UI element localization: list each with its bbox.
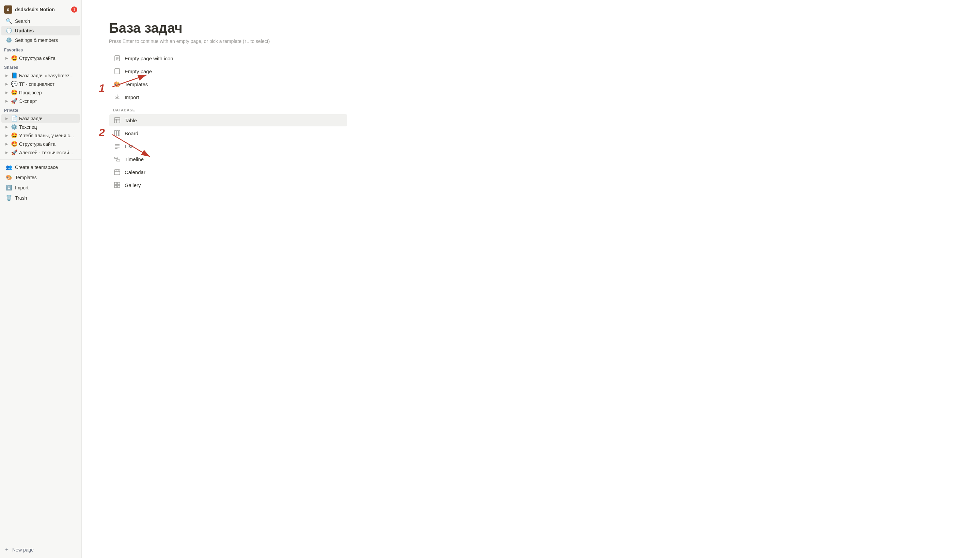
sidebar-templates[interactable]: 🎨 Templates [2,173,80,182]
option-calendar[interactable]: Calendar [109,166,347,178]
sidebar-bottom: 👥 Create a teamspace 🎨 Templates ⬇️ Impo… [0,159,82,203]
search-label: Search [15,18,30,24]
svg-rect-25 [115,185,117,188]
item-emoji: 🤩 [11,55,18,61]
new-page-button[interactable]: ＋ New page [0,544,82,555]
sidebar-item-label: Структура сайта [19,141,77,147]
sidebar-item-shared-1[interactable]: ▶ 💬 ТГ - специалист [2,80,80,88]
option-list: Empty page with icon Empty page 🎨 Templa… [109,52,347,191]
shared-section-label: Shared [0,62,82,71]
svg-rect-23 [115,182,117,185]
sidebar-trash[interactable]: 🗑️ Trash [2,193,80,203]
chevron-icon: ▶ [4,141,10,147]
sidebar-create-teamspace[interactable]: 👥 Create a teamspace [2,162,80,172]
import-icon: ⬇️ [5,184,12,191]
svg-text:1: 1 [99,82,105,94]
sidebar-import[interactable]: ⬇️ Import [2,183,80,192]
option-label: Timeline [124,156,144,162]
workspace-header[interactable]: d dsdsdsd's Notion 1 [0,3,82,16]
sidebar-item-label: ТГ - специалист [19,81,77,87]
import-label: Import [15,185,29,190]
trash-icon: 🗑️ [5,195,12,201]
private-section-label: Private [0,105,82,114]
empty-icon-icon [113,54,121,62]
sidebar: d dsdsdsd's Notion 1 🔍 Search 🕐 Updates … [0,0,82,558]
option-empty-icon[interactable]: Empty page with icon [109,52,347,64]
chevron-icon: ▶ [4,98,10,104]
notification-badge: 1 [71,7,77,13]
sidebar-action-settings[interactable]: ⚙️ Settings & members [2,35,80,45]
chevron-icon: ▶ [4,81,10,87]
sidebar-item-label: База задач «easybreez... [19,73,77,78]
option-gallery[interactable]: Gallery [109,179,347,191]
svg-text:🎨: 🎨 [114,81,121,87]
svg-rect-4 [115,69,119,74]
item-emoji: 📘 [11,72,18,79]
option-templates[interactable]: 🎨 Templates [109,78,347,90]
trash-label: Trash [15,195,27,201]
svg-rect-17 [115,157,118,158]
svg-rect-26 [118,185,120,188]
updates-icon: 🕐 [5,27,12,34]
templates-icon: 🎨 [5,174,12,181]
option-board[interactable]: Board [109,127,347,140]
chevron-icon: ▶ [4,90,10,95]
sidebar-item-shared-0[interactable]: ▶ 📘 База задач «easybreez... [2,71,80,80]
option-label: Empty page with icon [124,56,173,61]
page-hint: Press Enter to continue with an empty pa… [109,38,270,44]
calendar-icon [113,168,121,176]
chevron-icon: ▶ [4,116,10,121]
item-emoji: 🤩 [11,141,18,147]
item-emoji: 🤩 [11,89,18,96]
option-timeline[interactable]: Timeline [109,153,347,165]
option-label: Empty page [124,69,152,74]
option-import[interactable]: Import [109,91,347,103]
sidebar-item-favorites-0[interactable]: ▶ 🤩 Структура сайта [2,54,80,62]
settings-label: Settings & members [15,38,58,43]
sidebar-action-search[interactable]: 🔍 Search [2,16,80,26]
sidebar-action-updates[interactable]: 🕐 Updates [2,26,80,35]
sidebar-item-private-2[interactable]: ▶ 🤩 У тебя планы, у меня с... [2,131,80,140]
sidebar-item-private-3[interactable]: ▶ 🤩 Структура сайта [2,140,80,148]
chevron-icon: ▶ [4,124,10,130]
svg-rect-19 [115,170,120,175]
option-empty[interactable]: Empty page [109,65,347,77]
main-content: База задач Press Enter to continue with … [82,0,980,558]
sidebar-item-private-4[interactable]: ▶ 🚀 Алексей - технический... [2,148,80,157]
board-icon [113,129,121,137]
svg-rect-10 [115,130,116,136]
plus-icon: ＋ [4,546,10,553]
create-teamspace-label: Create a teamspace [15,164,58,170]
svg-text:2: 2 [98,126,105,139]
option-label: Templates [124,81,148,87]
option-label: Import [124,94,139,100]
chevron-icon: ▶ [4,73,10,78]
sidebar-item-private-0[interactable]: ▶ 📄 База задач [2,114,80,123]
option-table[interactable]: Table [109,114,347,126]
templates-label: Templates [15,175,37,180]
item-emoji: 🚀 [11,98,18,104]
sidebar-item-shared-2[interactable]: ▶ 🤩 Продюсер [2,88,80,97]
sidebar-item-label: У тебя планы, у меня с... [19,133,77,138]
option-list-item[interactable]: List [109,140,347,152]
svg-rect-6 [115,118,120,123]
timeline-icon [113,155,121,163]
gallery-icon [113,181,121,189]
sidebar-item-label: Техспец [19,124,77,130]
favorites-section-label: Favorites [0,45,82,54]
item-emoji: ⚙️ [11,124,18,130]
sidebar-item-label: Эксперт [19,98,77,104]
svg-rect-24 [118,182,120,185]
sidebar-item-label: Алексей - технический... [19,150,77,155]
workspace-icon: d [4,5,12,14]
workspace-name: dsdsdsd's Notion [15,7,69,12]
sidebar-item-shared-3[interactable]: ▶ 🚀 Эксперт [2,97,80,105]
sidebar-item-private-1[interactable]: ▶ ⚙️ Техспец [2,123,80,131]
svg-rect-18 [116,160,120,161]
new-page-label: New page [12,547,34,553]
list-icon [113,142,121,150]
option-label: Table [124,118,137,123]
db-section-label: DATABASE [109,104,347,113]
templates-icon: 🎨 [113,80,121,88]
empty-page-icon [113,67,121,75]
